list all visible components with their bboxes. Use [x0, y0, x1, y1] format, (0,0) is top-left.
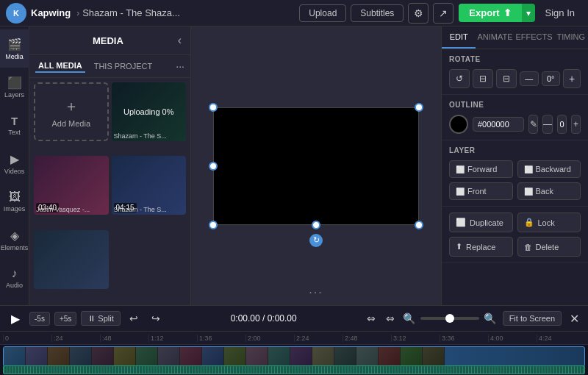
settings-button[interactable]: ⚙	[408, 3, 429, 24]
tab-effects[interactable]: EFFECTS	[514, 26, 553, 49]
media-thumb-4[interactable]	[34, 230, 109, 289]
sidebar-item-text[interactable]: T Text	[0, 106, 29, 144]
actions-grid: ⬜ Duplicate 🔒 Lock ⬆ Replace 🗑 Delete	[449, 213, 581, 257]
fit-to-screen-button[interactable]: Fit to Screen	[503, 311, 562, 326]
media-panel-header: MEDIA ‹	[29, 26, 190, 55]
delete-button[interactable]: 🗑 Delete	[517, 237, 581, 257]
timeline-track[interactable]	[3, 345, 585, 375]
layer-forward-button[interactable]: ⬜ Forward	[449, 160, 513, 178]
app-logo: K	[6, 3, 26, 24]
right-panel-tabs: EDIT ANIMATE EFFECTS TIMING	[442, 26, 588, 49]
add-icon: ＋	[64, 96, 79, 116]
redo-button[interactable]: ↪	[147, 310, 165, 327]
layer-grid: ⬜ Forward ⬜ Backward ⬜ Front ⬜ Back	[449, 160, 581, 200]
tab-all-media[interactable]: ALL MEDIA	[35, 60, 85, 73]
lock-label: Lock	[538, 218, 555, 227]
outline-edit-button[interactable]: ✎	[528, 115, 538, 134]
outline-minus-button[interactable]: —	[542, 115, 553, 134]
rotate-section: ROTATE ↺ ⊟ ⊟ — 0° +	[442, 49, 588, 95]
skip-back-button[interactable]: -5s	[29, 312, 50, 326]
sidebar-elements-label: Elements	[1, 244, 29, 251]
sidebar-item-layers[interactable]: ⬛ Layers	[0, 68, 29, 106]
replace-button[interactable]: ⬆ Replace	[449, 237, 513, 257]
forward-label: Forward	[467, 165, 497, 174]
duplicate-label: Duplicate	[470, 218, 503, 227]
share-button[interactable]: ↗	[433, 3, 453, 24]
audio-track[interactable]	[3, 365, 585, 374]
export-group: Export ⬆ ▾	[459, 4, 534, 22]
video-frame-5	[92, 347, 114, 366]
layer-backward-button[interactable]: ⬜ Backward	[517, 160, 581, 178]
replace-label: Replace	[466, 243, 495, 251]
zoom-plus-button[interactable]: 🔍	[482, 310, 498, 326]
tab-timing[interactable]: TIMING	[554, 26, 588, 49]
zoom-minus-button[interactable]: 🔍	[401, 310, 417, 326]
sidebar-media-label: Media	[5, 53, 24, 60]
zoom-out-icon[interactable]: ⇔	[382, 310, 398, 326]
media-thumb-3[interactable]: 04:15 Shazam - The S...	[112, 156, 187, 215]
tab-this-project[interactable]: THIS PROJECT	[91, 60, 155, 72]
sidebar-item-audio[interactable]: ♪ Audio	[0, 259, 29, 297]
ruler-mark-10: 4:00	[488, 335, 537, 342]
handle-middle-left[interactable]	[209, 162, 218, 171]
add-media-button[interactable]: ＋ Add Media	[34, 82, 109, 141]
handle-top-left[interactable]	[209, 103, 218, 112]
rotate-ccw-button[interactable]: ↺	[449, 69, 470, 88]
upload-button[interactable]: Upload	[299, 4, 346, 22]
media-thumb-1[interactable]: Uploading 0% Shazam - The S...	[112, 82, 187, 141]
sidebar-item-videos[interactable]: ▶ Videos	[0, 144, 29, 182]
zoom-controls: ⇔ ⇔ 🔍 🔍	[363, 310, 498, 326]
collapse-media-button[interactable]: ‹	[178, 34, 182, 47]
add-media-label: Add Media	[51, 119, 90, 128]
ruler-mark-5: 2:00	[245, 335, 294, 342]
video-frame-15	[312, 347, 334, 366]
ruler-mark-3: 1:12	[148, 335, 197, 342]
video-frame-12	[246, 347, 268, 366]
sidebar-item-elements[interactable]: ◈ Elements	[0, 221, 29, 259]
sidebar-item-images[interactable]: 🖼 Images	[0, 182, 29, 221]
thumb-title-3: Shazam - The S...	[114, 206, 184, 213]
export-button[interactable]: Export ⬆	[459, 4, 521, 22]
tab-animate[interactable]: ANIMATE	[476, 26, 514, 49]
outline-plus-button[interactable]: +	[571, 115, 581, 134]
ruler-mark-8: 3:12	[391, 335, 440, 342]
flip-v-button[interactable]: ⊟	[496, 69, 517, 88]
media-panel-title: MEDIA	[38, 35, 178, 46]
video-track[interactable]	[3, 346, 585, 367]
video-frame-6	[114, 347, 136, 366]
layer-back-button[interactable]: ⬜ Back	[517, 182, 581, 200]
duplicate-button[interactable]: ⬜ Duplicate	[449, 213, 513, 232]
skip-fwd-button[interactable]: +5s	[54, 312, 76, 326]
zoom-slider[interactable]	[420, 317, 479, 320]
lock-button[interactable]: 🔒 Lock	[517, 213, 581, 232]
signin-button[interactable]: Sign In	[538, 4, 582, 22]
undo-button[interactable]: ↩	[125, 310, 143, 327]
export-dropdown-button[interactable]: ▾	[522, 4, 535, 22]
rotate-value: —	[520, 71, 539, 86]
flip-h-button[interactable]: ⊟	[473, 69, 493, 88]
subtitles-button[interactable]: Subtitles	[351, 4, 404, 22]
handle-bottom-middle[interactable]	[312, 221, 320, 229]
timeline-ruler: 0 :24 :48 1:12 1:36 2:00 2:24 2:48 3:12 …	[0, 332, 588, 345]
media-more-button[interactable]: ···	[176, 60, 184, 72]
canvas-frame[interactable]	[213, 107, 419, 225]
layers-icon: ⬛	[7, 76, 22, 90]
split-button[interactable]: ⏸ Split	[81, 311, 120, 326]
tab-edit[interactable]: EDIT	[442, 26, 476, 49]
ruler-mark-9: 3:36	[440, 335, 488, 342]
sidebar-images-label: Images	[4, 205, 26, 213]
ruler-mark-0: 0	[3, 335, 51, 342]
outline-color-picker[interactable]	[449, 115, 468, 134]
handle-bottom-left[interactable]	[209, 221, 218, 229]
zoom-in-icon[interactable]: ⇔	[363, 310, 379, 326]
media-thumb-2[interactable]: 03:40 Justin Vasquez -...	[34, 156, 109, 215]
play-button[interactable]: ▶	[6, 309, 25, 328]
layer-front-button[interactable]: ⬜ Front	[449, 182, 513, 200]
handle-bottom-right[interactable]	[415, 221, 423, 229]
rotate-handle[interactable]: ↻	[309, 234, 323, 247]
rotate-add-button[interactable]: +	[563, 69, 581, 88]
close-timeline-button[interactable]: ✕	[566, 310, 582, 326]
handle-top-right[interactable]	[415, 103, 423, 112]
outline-hex-input[interactable]	[473, 117, 524, 132]
sidebar-item-media[interactable]: 🎬 Media	[0, 29, 29, 68]
